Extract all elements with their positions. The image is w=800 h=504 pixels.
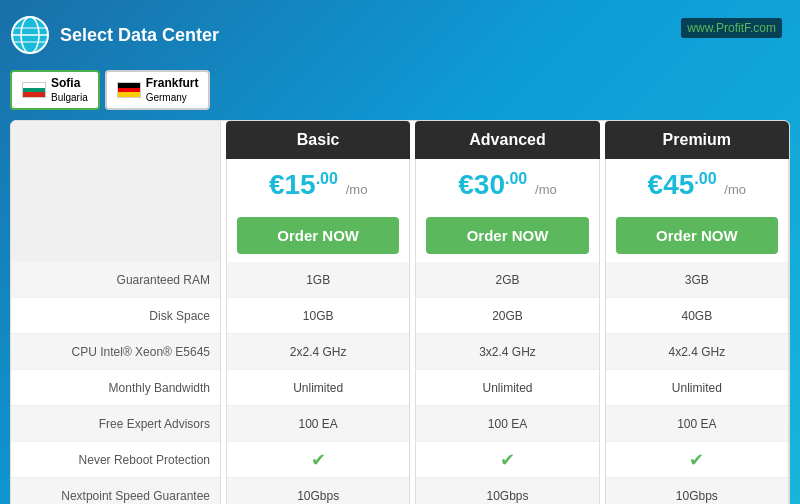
features-container: Guaranteed RAMDisk SpaceCPU Intel® Xeon®…	[11, 262, 789, 504]
feature-val-5-1: ✔	[416, 442, 598, 478]
feature-col-2: 3GB40GB4x2.4 GHzUnlimited100 EA✔10Gbps30…	[605, 262, 789, 504]
feature-val-0-0: 1GB	[227, 262, 409, 298]
plan-premium: Premium €45.00 /mo Order NOW	[605, 121, 789, 262]
plan-advanced: Advanced €30.00 /mo Order NOW	[415, 121, 599, 262]
select-data-center-label: Select Data Center	[60, 25, 219, 46]
plan-advanced-price: €30.00 /mo	[415, 159, 599, 209]
dc-sofia[interactable]: SofiaBulgaria	[10, 70, 100, 110]
feature-val-2-0: 2x2.4 GHz	[227, 334, 409, 370]
feature-labels: Guaranteed RAMDisk SpaceCPU Intel® Xeon®…	[11, 262, 221, 504]
feature-label-5: Never Reboot Protection	[11, 442, 220, 478]
check-icon: ✔	[311, 449, 326, 471]
feature-val-4-0: 100 EA	[227, 406, 409, 442]
check-icon: ✔	[500, 449, 515, 471]
dc-frankfurt-label: FrankfurtGermany	[146, 76, 199, 104]
plan-basic: Basic €15.00 /mo Order NOW	[226, 121, 410, 262]
feature-val-6-2: 10Gbps	[606, 478, 788, 504]
feature-val-5-0: ✔	[227, 442, 409, 478]
feature-col-1: 2GB20GB3x2.4 GHzUnlimited100 EA✔10Gbps30…	[415, 262, 599, 504]
dc-sofia-label: SofiaBulgaria	[51, 76, 88, 104]
plan-basic-price: €15.00 /mo	[226, 159, 410, 209]
plan-premium-order-wrap: Order NOW	[605, 209, 789, 262]
feature-val-1-2: 40GB	[606, 298, 788, 334]
plan-basic-order-btn[interactable]: Order NOW	[237, 217, 399, 254]
feature-val-3-1: Unlimited	[416, 370, 598, 406]
plan-basic-header: Basic	[226, 121, 410, 159]
feature-col-0: 1GB10GB2x2.4 GHzUnlimited100 EA✔10Gbps30…	[226, 262, 410, 504]
feature-label-3: Monthly Bandwidth	[11, 370, 220, 406]
feature-val-0-1: 2GB	[416, 262, 598, 298]
feature-val-2-2: 4x2.4 GHz	[606, 334, 788, 370]
feature-val-0-2: 3GB	[606, 262, 788, 298]
feature-val-6-1: 10Gbps	[416, 478, 598, 504]
flag-bulgaria	[22, 82, 46, 98]
header-bar: Select Data Center	[10, 10, 790, 60]
feature-label-4: Free Expert Advisors	[11, 406, 220, 442]
feature-val-6-0: 10Gbps	[227, 478, 409, 504]
feature-val-3-2: Unlimited	[606, 370, 788, 406]
feature-label-1: Disk Space	[11, 298, 220, 334]
feature-val-4-1: 100 EA	[416, 406, 598, 442]
globe-icon	[10, 15, 50, 55]
feature-label-2: CPU Intel® Xeon® E5645	[11, 334, 220, 370]
feature-val-2-1: 3x2.4 GHz	[416, 334, 598, 370]
plan-premium-header: Premium	[605, 121, 789, 159]
plan-basic-order-wrap: Order NOW	[226, 209, 410, 262]
feature-label-0: Guaranteed RAM	[11, 262, 220, 298]
check-icon: ✔	[689, 449, 704, 471]
dc-selector: SofiaBulgaria FrankfurtGermany	[10, 70, 790, 110]
plan-advanced-order-btn[interactable]: Order NOW	[426, 217, 588, 254]
dc-frankfurt[interactable]: FrankfurtGermany	[105, 70, 211, 110]
feature-header-spacer	[11, 121, 221, 262]
plan-premium-order-btn[interactable]: Order NOW	[616, 217, 778, 254]
feature-label-6: Nextpoint Speed Guarantee	[11, 478, 220, 504]
feature-val-4-2: 100 EA	[606, 406, 788, 442]
feature-value-cols: 1GB10GB2x2.4 GHzUnlimited100 EA✔10Gbps30…	[221, 262, 789, 504]
plan-advanced-order-wrap: Order NOW	[415, 209, 599, 262]
watermark: www.ProfitF.com	[681, 18, 782, 38]
feature-val-5-2: ✔	[606, 442, 788, 478]
feature-val-3-0: Unlimited	[227, 370, 409, 406]
flag-germany	[117, 82, 141, 98]
plan-headers: Basic €15.00 /mo Order NOW	[221, 121, 789, 262]
feature-val-1-0: 10GB	[227, 298, 409, 334]
plan-premium-price: €45.00 /mo	[605, 159, 789, 209]
plan-advanced-header: Advanced	[415, 121, 599, 159]
feature-val-1-1: 20GB	[416, 298, 598, 334]
